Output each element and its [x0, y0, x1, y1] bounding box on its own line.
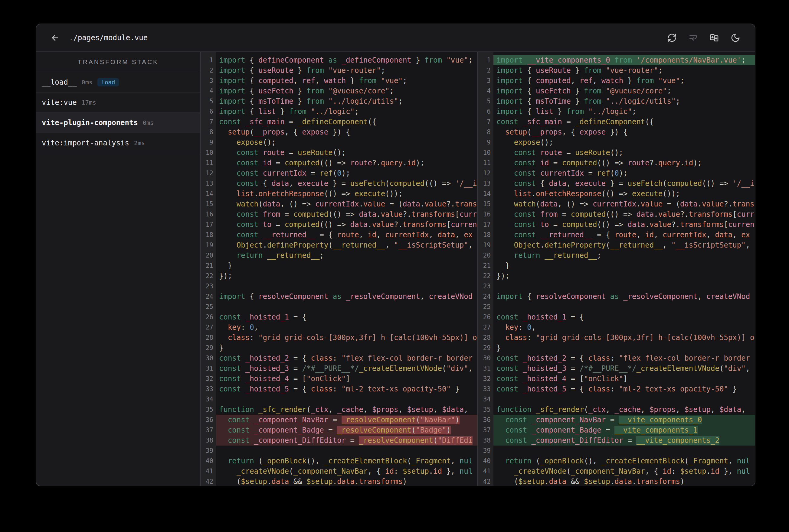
code-line: 39: [478, 445, 755, 456]
code-line: 31const _hoisted_3 = /*#__PURE__*/_creat…: [478, 363, 755, 374]
line-content: import { useFetch } from "@vueuse/core";: [216, 86, 477, 96]
code-line: 25: [201, 302, 477, 312]
line-content: expose();: [216, 137, 477, 148]
code-line: 4import { useFetch } from "@vueuse/core"…: [478, 86, 755, 96]
line-content: import { list } from "../logic";: [493, 107, 755, 117]
line-content: const route = useRoute();: [493, 148, 755, 158]
line-content: key: 0,: [493, 322, 755, 332]
line-content: const from = computed(() => data.value?.…: [216, 209, 477, 220]
line-content: }: [216, 261, 477, 271]
line-content: [216, 281, 477, 291]
line-content: const _component_DiffEditor = __vite_com…: [493, 435, 755, 445]
code-line: 41 _createVNode(_component_NavBar, { id:…: [201, 466, 477, 476]
line-content: [493, 281, 755, 291]
line-content: import { msToTime } from "../logic/utils…: [493, 96, 755, 107]
code-line: 13 const { data, execute } = useFetch(co…: [201, 178, 477, 189]
module-title-dot: .: [69, 34, 73, 42]
code-line: 9 expose();: [201, 137, 477, 148]
wrap-lines-button[interactable]: [687, 32, 699, 43]
line-number: 22: [478, 271, 493, 281]
line-number: 37: [478, 425, 493, 435]
dark-mode-button[interactable]: [730, 32, 741, 43]
line-number: 41: [478, 466, 493, 476]
line-number: 40: [478, 456, 493, 466]
line-content: });: [216, 271, 477, 281]
line-content: Object.defineProperty(__returned__, "__i…: [493, 240, 755, 250]
line-number: 24: [478, 291, 493, 302]
code-line: 26const _hoisted_1 = {: [201, 312, 477, 322]
line-number: 1: [478, 55, 493, 65]
transform-stack-list: __load__0msloadvite:vue17msvite-plugin-c…: [36, 72, 200, 153]
line-content: return __returned__;: [493, 250, 755, 261]
line-content: const _hoisted_2 = { class: "flex flex-c…: [493, 353, 755, 363]
line-number: 29: [478, 343, 493, 353]
moon-icon: [731, 33, 740, 43]
plugin-time: 0ms: [82, 79, 93, 86]
code-line: 20 return __returned__;: [201, 250, 477, 261]
line-number: 27: [201, 322, 216, 332]
line-number: 33: [201, 384, 216, 394]
line-number: 34: [478, 394, 493, 404]
code-line: 35function _sfc_render(_ctx, _cache, $pr…: [201, 404, 477, 415]
line-number: 40: [201, 456, 216, 466]
transform-stack-item-vite-plugin-components[interactable]: vite-plugin-components0ms: [36, 113, 200, 133]
transform-stack-item-vite-vue[interactable]: vite:vue17ms: [36, 93, 200, 113]
line-content: [216, 394, 477, 404]
line-number: 14: [478, 189, 493, 199]
line-number: 26: [478, 312, 493, 322]
module-title-path: /pages/module.vue: [73, 34, 148, 42]
merge-panels-button[interactable]: [709, 32, 720, 43]
line-number: 15: [201, 199, 216, 209]
line-content: list.onFetchResponse(() => execute());: [216, 189, 477, 199]
line-number: 9: [201, 137, 216, 148]
code-line: 6import { list } from "../logic";: [478, 107, 755, 117]
code-line: 7const _sfc_main = _defineComponent({: [201, 117, 477, 127]
code-line: 27 key: 0,: [478, 322, 755, 332]
line-content: [216, 302, 477, 312]
code-line: 12 const currentIdx = ref(0);: [478, 168, 755, 178]
transform-stack-item-vite-import-analysis[interactable]: vite:import-analysis2ms: [36, 133, 200, 153]
line-content: watch(data, () => currentIdx.value = (da…: [493, 199, 755, 209]
transform-stack-item--load-[interactable]: __load__0msload: [36, 72, 200, 93]
line-content: import { resolveComponent as _resolveCom…: [216, 291, 477, 302]
line-number: 31: [478, 363, 493, 374]
line-content: const id = computed(() => route?.query.i…: [493, 158, 755, 168]
code-line: 20 return __returned__;: [478, 250, 755, 261]
code-line: 13 const { data, execute } = useFetch(co…: [478, 178, 755, 189]
line-number: 32: [478, 374, 493, 384]
code-line: 29}: [478, 343, 755, 353]
plugin-name: vite-plugin-components: [42, 118, 138, 127]
line-number: 38: [201, 435, 216, 445]
line-content: _createVNode(_component_NavBar, { id: $s…: [216, 466, 477, 476]
back-button[interactable]: [50, 32, 60, 43]
line-number: 8: [478, 127, 493, 137]
line-number: 39: [201, 445, 216, 456]
line-number: 31: [201, 363, 216, 374]
line-content: [493, 394, 755, 404]
code-line: 2import { useRoute } from "vue-router";: [478, 65, 755, 76]
line-content: list.onFetchResponse(() => execute());: [493, 189, 755, 199]
top-bar: ./pages/module.vue: [36, 24, 755, 52]
code-panel-before: 1import { defineComponent as _defineComp…: [201, 52, 477, 486]
refresh-icon: [667, 33, 677, 43]
line-content: key: 0,: [216, 322, 477, 332]
line-content: }: [493, 261, 755, 271]
line-number: 6: [201, 107, 216, 117]
line-content: class: "grid grid-cols-[300px,3fr] h-[ca…: [493, 332, 755, 343]
line-number: 2: [201, 65, 216, 76]
line-content: const _component_Badge = __vite_componen…: [493, 425, 755, 435]
line-content: import { computed, ref, watch } from "vu…: [216, 76, 477, 86]
code-line: 19 Object.defineProperty(__returned__, "…: [201, 240, 477, 250]
line-number: 36: [478, 415, 493, 425]
code-line: 40 return (_openBlock(), _createElementB…: [478, 456, 755, 466]
line-number: 16: [201, 209, 216, 220]
line-number: 10: [201, 148, 216, 158]
code-line: 23: [478, 281, 755, 291]
line-number: 5: [478, 96, 493, 107]
line-number: 11: [478, 158, 493, 168]
line-number: 30: [201, 353, 216, 363]
line-number: 23: [201, 281, 216, 291]
refresh-button[interactable]: [666, 32, 677, 43]
code-line: 27 key: 0,: [201, 322, 477, 332]
line-number: 4: [201, 86, 216, 96]
